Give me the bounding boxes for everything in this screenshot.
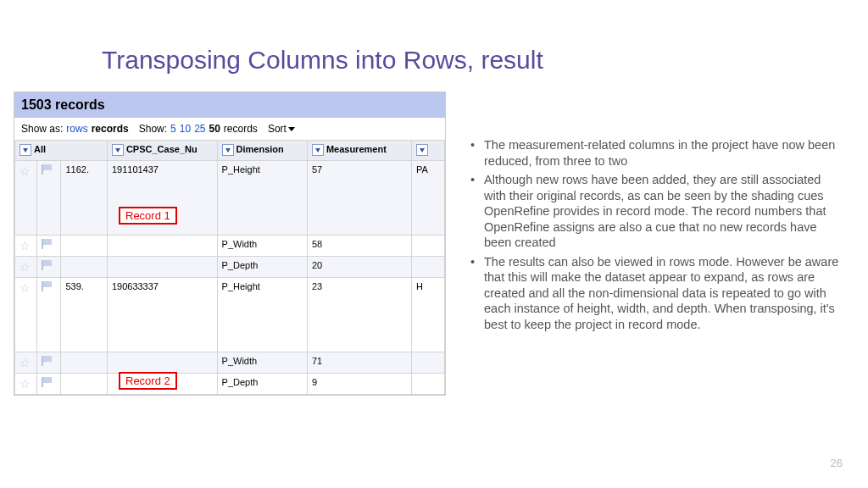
show-25-link[interactable]: 25 (194, 123, 205, 135)
row-number-cell (61, 352, 107, 374)
measurement-cell: 58 (307, 236, 411, 257)
row-number-cell: 1162. (61, 161, 107, 236)
bullet-item: Although new rows have been added, they … (469, 172, 842, 251)
table-header-row: All CPSC_Case_Nu Dimension Measurement (15, 141, 445, 161)
col-case-header[interactable]: CPSC_Case_Nu (107, 141, 217, 161)
flag-icon (42, 239, 53, 249)
flag-cell[interactable] (36, 161, 61, 236)
table-row: ☆1162.191101437P_Height57PA (15, 161, 445, 236)
star-icon: ☆ (19, 377, 31, 391)
callout-record-1: Record 1 (119, 207, 177, 225)
sort-button[interactable]: Sort (268, 123, 295, 135)
dropdown-icon[interactable] (19, 144, 31, 156)
show-10-link[interactable]: 10 (180, 123, 191, 135)
extra-cell: H (412, 278, 445, 352)
table-row: ☆P_Depth9 (15, 374, 445, 395)
table-row: ☆P_Depth20 (15, 257, 445, 278)
show-50-active: 50 (209, 123, 220, 135)
star-cell[interactable]: ☆ (15, 236, 37, 257)
flag-cell[interactable] (36, 374, 61, 395)
star-cell[interactable]: ☆ (15, 374, 37, 395)
star-cell[interactable]: ☆ (15, 161, 37, 236)
table-row: ☆539.190633337P_Height23H (15, 278, 445, 352)
extra-cell (412, 236, 445, 257)
col-dimension-header[interactable]: Dimension (217, 141, 307, 161)
case-cell (107, 257, 217, 278)
show-label: Show: (139, 123, 167, 135)
flag-icon (42, 356, 53, 366)
dimension-cell: P_Width (217, 352, 307, 374)
callout-record-2: Record 2 (119, 372, 177, 390)
measurement-cell: 20 (307, 257, 411, 278)
star-icon: ☆ (19, 281, 31, 295)
dimension-cell: P_Depth (217, 257, 307, 278)
case-cell (107, 352, 217, 374)
measurement-cell: 23 (307, 278, 411, 352)
flag-icon (42, 260, 53, 270)
page-number: 26 (831, 457, 843, 469)
flag-icon (42, 281, 53, 291)
flag-icon (42, 164, 53, 175)
measurement-cell: 57 (307, 161, 411, 236)
show-5-link[interactable]: 5 (170, 123, 176, 135)
flag-cell[interactable] (36, 278, 61, 352)
extra-cell: PA (412, 161, 445, 236)
show-as-label: Show as: (21, 123, 63, 135)
view-controls: Show as: rows records Show: 5 10 25 50 r… (14, 118, 445, 140)
dropdown-icon[interactable] (416, 144, 428, 156)
flag-cell[interactable] (36, 236, 61, 257)
chevron-down-icon (288, 127, 295, 131)
bullet-item: The results can also be viewed in rows m… (469, 254, 842, 333)
dimension-cell: P_Width (217, 236, 307, 257)
row-number-cell: 539. (61, 278, 107, 352)
case-cell (107, 236, 217, 257)
bullet-item: The measurement-related columns in the p… (469, 137, 842, 169)
star-icon: ☆ (19, 356, 31, 369)
slide-title: Transposing Columns into Rows, result (102, 46, 543, 75)
flag-icon (42, 377, 53, 387)
row-number-cell (61, 374, 107, 395)
openrefine-screenshot: 1503 records Show as: rows records Show:… (14, 92, 446, 396)
star-icon: ☆ (19, 239, 31, 252)
show-as-records-active: records (92, 123, 129, 135)
measurement-cell: 71 (307, 352, 411, 374)
row-number-cell (61, 257, 107, 278)
dimension-cell: P_Height (217, 161, 307, 236)
col-measurement-header[interactable]: Measurement (307, 141, 411, 161)
dimension-cell: P_Height (217, 278, 307, 352)
table-row: ☆P_Width71 (15, 352, 445, 374)
data-table: All CPSC_Case_Nu Dimension Measurement ☆… (14, 140, 445, 395)
extra-cell (412, 374, 445, 395)
star-cell[interactable]: ☆ (15, 257, 37, 278)
dropdown-icon[interactable] (112, 144, 124, 156)
col-extra-header[interactable] (412, 141, 445, 161)
row-number-cell (61, 236, 107, 257)
star-cell[interactable]: ☆ (15, 278, 37, 352)
show-records-label: records (224, 123, 258, 135)
dropdown-icon[interactable] (222, 144, 234, 156)
bullet-list: The measurement-related columns in the p… (469, 137, 842, 336)
star-icon: ☆ (19, 164, 31, 178)
star-cell[interactable]: ☆ (15, 352, 37, 374)
measurement-cell: 9 (307, 374, 411, 395)
extra-cell (412, 257, 445, 278)
flag-cell[interactable] (36, 352, 61, 374)
extra-cell (412, 352, 445, 374)
record-count-header: 1503 records (14, 92, 445, 118)
dimension-cell: P_Depth (217, 374, 307, 395)
star-icon: ☆ (19, 260, 31, 274)
case-cell: 190633337 (107, 278, 217, 352)
table-row: ☆P_Width58 (15, 236, 445, 257)
col-all-header[interactable]: All (15, 141, 108, 161)
slide: Transposing Columns into Rows, result 15… (0, 0, 868, 488)
flag-cell[interactable] (36, 257, 61, 278)
dropdown-icon[interactable] (312, 144, 324, 156)
show-as-rows-link[interactable]: rows (66, 123, 87, 135)
